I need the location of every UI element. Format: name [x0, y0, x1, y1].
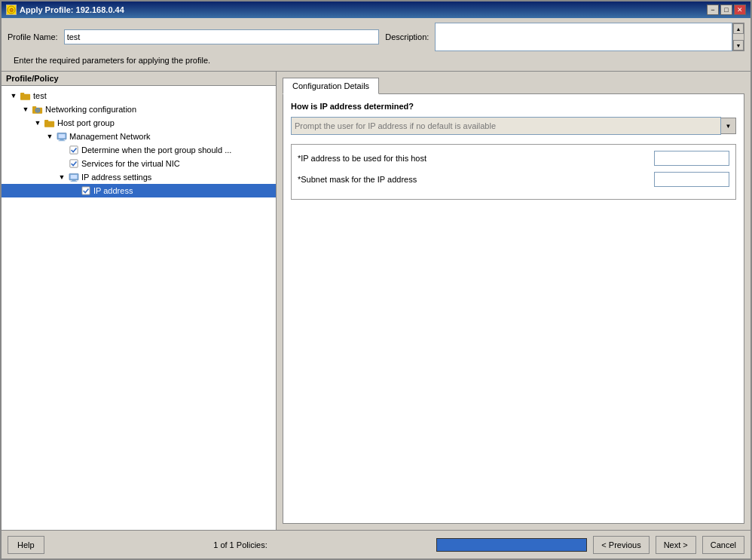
field-input-subnet-mask[interactable] [654, 172, 729, 187]
pc-icon-mgmt-network [56, 130, 68, 142]
required-text: Enter the required parameters for applyi… [8, 53, 216, 68]
check-icon-determine [68, 144, 80, 156]
tree-label-determine: Determine when the port group should ... [81, 145, 231, 155]
dropdown-arrow-icon[interactable]: ▼ [721, 118, 736, 134]
ip-determination-dropdown[interactable]: Prompt the user for IP address if no def… [292, 118, 720, 134]
svg-rect-16 [70, 160, 78, 167]
svg-rect-12 [59, 134, 66, 138]
check-icon-services [68, 158, 80, 170]
required-text-row: Enter the required parameters for applyi… [2, 53, 750, 68]
svg-rect-10 [44, 120, 48, 122]
svg-rect-2 [20, 94, 30, 100]
svg-rect-3 [20, 93, 24, 95]
fields-box: *IP address to be used for this host *Su… [291, 144, 736, 200]
bottom-bar: Help 1 of 1 Policies: < Previous Next > … [2, 530, 750, 558]
tree-item-test[interactable]: ▼ test [2, 89, 276, 103]
tree-item-mgmt-network[interactable]: ▼ Management Network [2, 130, 276, 143]
next-button[interactable]: Next > [656, 536, 696, 554]
title-bar-left: ⚙ Apply Profile: 192.168.0.44 [6, 5, 124, 15]
top-form-area: Profile Name: Description: ▲ ▼ Enter the… [2, 18, 750, 71]
toggle-host-port-group[interactable]: ▼ [32, 117, 44, 129]
app-icon: ⚙ [6, 5, 17, 15]
policies-text: 1 of 1 Policies: [50, 540, 431, 549]
dropdown-wrap: Prompt the user for IP address if no def… [291, 117, 736, 135]
window-title: Apply Profile: 192.168.0.44 [20, 5, 124, 14]
svg-rect-15 [70, 146, 78, 154]
help-button[interactable]: Help [8, 536, 44, 554]
svg-rect-9 [44, 121, 54, 127]
tree-item-determine[interactable]: Determine when the port group should ... [2, 143, 276, 157]
tree-body[interactable]: ▼ test ▼ [2, 86, 276, 530]
description-input[interactable] [435, 23, 732, 51]
toggle-mgmt-network[interactable]: ▼ [44, 130, 56, 142]
main-dialog: ⚙ Apply Profile: 192.168.0.44 − □ ✕ Prof… [0, 0, 752, 560]
previous-button[interactable]: < Previous [593, 536, 649, 554]
tree-item-networking[interactable]: ▼ Networking configuration [2, 103, 276, 116]
description-area-wrap: ▲ ▼ [435, 23, 744, 51]
tree-label-services: Services for the virtual NIC [81, 159, 180, 168]
field-row-subnet-mask: *Subnet mask for the IP address [298, 172, 729, 187]
tree-item-ip-address[interactable]: IP address [2, 184, 276, 197]
tree-label-ip-address: IP address [93, 186, 133, 195]
dropdown-container: Prompt the user for IP address if no def… [291, 117, 721, 135]
toggle-determine [56, 144, 68, 156]
tree-header: Profile/Policy [2, 72, 276, 86]
title-bar: ⚙ Apply Profile: 192.168.0.44 − □ ✕ [2, 2, 750, 18]
svg-rect-5 [32, 106, 36, 109]
toggle-networking[interactable]: ▼ [20, 103, 32, 115]
field-label-subnet-mask: *Subnet mask for the IP address [298, 175, 648, 184]
tree-label-test: test [33, 91, 47, 100]
svg-rect-19 [72, 180, 75, 181]
toggle-test[interactable]: ▼ [8, 90, 20, 102]
tree-label-ip-settings: IP address settings [81, 173, 151, 182]
tab-bar: Configuration Details [283, 78, 744, 94]
svg-rect-20 [71, 181, 78, 182]
profile-name-row: Profile Name: Description: ▲ ▼ [2, 21, 750, 53]
tree-label-host-port-group: Host port group [57, 118, 115, 127]
toggle-ip-address [68, 185, 80, 197]
description-label: Description: [385, 32, 429, 41]
svg-rect-13 [60, 139, 63, 140]
folder-icon-host-port-group [44, 117, 56, 129]
folder-icon-networking [32, 103, 44, 115]
field-label-ip-address: *IP address to be used for this host [298, 154, 648, 163]
cancel-button[interactable]: Cancel [702, 536, 744, 554]
field-row-ip-address: *IP address to be used for this host [298, 151, 729, 166]
toggle-ip-settings[interactable]: ▼ [56, 171, 68, 183]
restore-button[interactable]: □ [720, 5, 732, 15]
config-content: How is IP address determined? Prompt the… [283, 93, 744, 524]
scroll-up-btn[interactable]: ▲ [733, 23, 744, 34]
field-input-ip-address[interactable] [654, 151, 729, 166]
scroll-down-btn[interactable]: ▼ [733, 40, 744, 50]
tree-item-host-port-group[interactable]: ▼ Host port group [2, 116, 276, 130]
config-panel: Configuration Details How is IP address … [277, 72, 750, 530]
close-button[interactable]: ✕ [734, 5, 746, 15]
profile-name-input[interactable] [64, 29, 380, 44]
desc-scrollbar[interactable]: ▲ ▼ [732, 23, 744, 51]
folder-icon-test [20, 90, 32, 102]
tab-configuration-details[interactable]: Configuration Details [283, 78, 379, 94]
toggle-services [56, 158, 68, 170]
tree-panel: Profile/Policy ▼ test ▼ [2, 72, 277, 530]
minimize-button[interactable]: − [707, 5, 719, 15]
how-label: How is IP address determined? [291, 102, 736, 111]
tree-label-mgmt-network: Management Network [69, 132, 151, 141]
check-icon-ip-address [80, 185, 92, 197]
pc-icon-ip-settings [68, 171, 80, 183]
svg-text:⚙: ⚙ [9, 8, 14, 13]
main-content: Profile/Policy ▼ test ▼ [2, 71, 750, 530]
profile-name-label: Profile Name: [8, 32, 58, 41]
tree-item-ip-settings[interactable]: ▼ IP address settings [2, 170, 276, 184]
tree-item-services[interactable]: Services for the virtual NIC [2, 157, 276, 170]
svg-rect-21 [82, 187, 90, 194]
title-bar-controls: − □ ✕ [707, 5, 746, 15]
progress-bar [436, 538, 587, 552]
svg-rect-14 [59, 140, 66, 141]
svg-rect-18 [71, 175, 78, 179]
tree-label-networking: Networking configuration [45, 105, 136, 114]
